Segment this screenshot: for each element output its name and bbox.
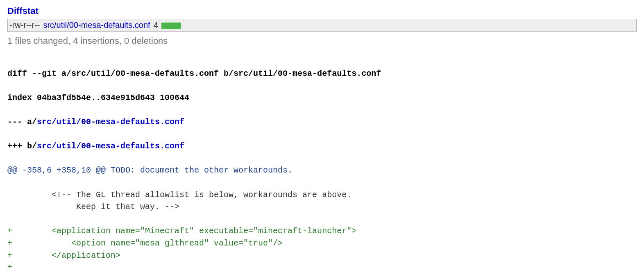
diff-line-add: + <option name="mesa_glthread" value="tr… — [7, 237, 637, 250]
file-cell: src/util/00-mesa-defaults.conf — [41, 19, 152, 32]
diffstat-heading: Diffstat — [7, 6, 637, 16]
diff-minus-line: --- a/src/util/00-mesa-defaults.conf — [7, 116, 637, 128]
diff-plus-line: +++ b/src/util/00-mesa-defaults.conf — [7, 140, 637, 152]
diff-plus-path-link[interactable]: src/util/00-mesa-defaults.conf — [37, 141, 184, 151]
diff-index-line: index 04ba3fd554e..634e915d643 100644 — [7, 92, 637, 104]
diff-minus-path-link[interactable]: src/util/00-mesa-defaults.conf — [37, 117, 184, 127]
diffstat-row: -rw-r--r--src/util/00-mesa-defaults.conf… — [8, 19, 637, 32]
file-link[interactable]: src/util/00-mesa-defaults.conf — [43, 20, 150, 30]
diff-block: diff --git a/src/util/00-mesa-defaults.c… — [7, 55, 637, 268]
diff-line-ctx: Keep it that way. --> — [7, 201, 637, 213]
diff-plus-prefix: +++ b/ — [7, 141, 37, 151]
diff-hunk-header: @@ -358,6 +358,10 @@ TODO: document the … — [7, 164, 637, 177]
diff-minus-prefix: --- a/ — [7, 117, 37, 127]
diffstat-table: -rw-r--r--src/util/00-mesa-defaults.conf… — [7, 19, 637, 32]
lines-changed: 4 — [152, 19, 160, 32]
diff-line-ctx — [7, 213, 637, 225]
insertions-bar — [161, 23, 181, 29]
diff-line-add: + <application name="Minecraft" executab… — [7, 225, 637, 237]
file-mode: -rw-r--r-- — [8, 19, 42, 32]
diff-line-add: + </application> — [7, 250, 637, 262]
diffstat-summary: 1 files changed, 4 insertions, 0 deletio… — [7, 36, 637, 46]
diff-line-ctx: <!-- The GL thread allowlist is below, w… — [7, 189, 637, 201]
diff-header-line: diff --git a/src/util/00-mesa-defaults.c… — [7, 68, 637, 80]
change-graph — [160, 19, 637, 32]
diff-line-add: + — [7, 261, 637, 268]
